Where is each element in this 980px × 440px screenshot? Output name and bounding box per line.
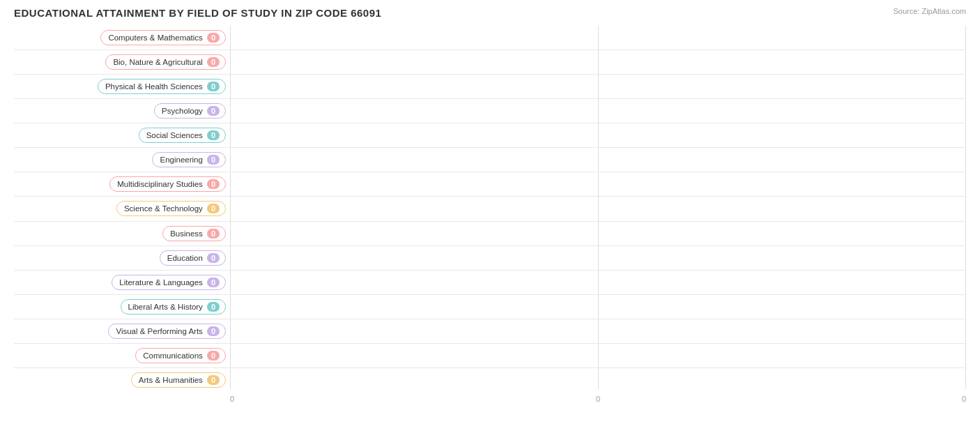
bar-area	[230, 374, 966, 386]
bar-row: Education 0	[14, 246, 966, 271]
label-pill: Social Sciences 0	[139, 128, 226, 143]
label-area: Education 0	[14, 250, 230, 266]
bar-label: Education	[167, 254, 203, 262]
bar-area	[230, 105, 966, 117]
bar-row: Bio, Nature & Agricultural 0	[14, 50, 966, 75]
value-badge: 0	[207, 278, 220, 287]
label-area: Communications 0	[14, 348, 230, 363]
label-pill: Arts & Humanities 0	[131, 372, 226, 388]
x-axis-labels: 000	[230, 392, 966, 403]
label-pill: Communications 0	[135, 348, 226, 363]
label-pill: Multidisciplinary Studies 0	[109, 176, 226, 192]
x-axis-label: 0	[962, 395, 966, 403]
bar-label: Visual & Performing Arts	[116, 327, 202, 335]
label-pill: Science & Technology 0	[116, 201, 226, 216]
bar-label: Computers & Mathematics	[108, 33, 203, 42]
value-badge: 0	[207, 130, 220, 140]
label-area: Literature & Languages 0	[14, 275, 230, 290]
label-pill: Literature & Languages 0	[112, 275, 226, 290]
value-badge: 0	[207, 351, 220, 361]
bar-row: Engineering 0	[14, 148, 966, 172]
bar-label: Liberal Arts & History	[128, 303, 203, 311]
label-pill: Liberal Arts & History 0	[121, 299, 227, 314]
value-badge: 0	[207, 179, 220, 189]
bar-area	[230, 276, 966, 289]
label-area: Business 0	[14, 226, 230, 241]
value-badge: 0	[207, 229, 220, 238]
label-area: Computers & Mathematics 0	[14, 30, 230, 45]
bar-label: Bio, Nature & Agricultural	[113, 58, 202, 66]
bar-label: Communications	[143, 351, 203, 360]
chart-area: Computers & Mathematics 0 Bio, Nature & …	[14, 26, 966, 403]
label-area: Social Sciences 0	[14, 128, 230, 143]
label-pill: Physical & Health Sciences 0	[98, 79, 226, 94]
bar-area	[230, 252, 966, 264]
bar-area	[230, 349, 966, 362]
label-pill: Engineering 0	[152, 152, 226, 167]
value-badge: 0	[207, 57, 220, 67]
rows-container: Computers & Mathematics 0 Bio, Nature & …	[14, 26, 966, 392]
label-area: Psychology 0	[14, 103, 230, 119]
bar-row: Science & Technology 0	[14, 197, 966, 221]
chart-source: Source: ZipAtlas.com	[893, 7, 966, 15]
value-badge: 0	[207, 302, 220, 312]
label-pill: Business 0	[162, 226, 226, 241]
bar-row: Physical & Health Sciences 0	[14, 75, 966, 99]
bar-label: Multidisciplinary Studies	[117, 180, 203, 188]
label-area: Bio, Nature & Agricultural 0	[14, 54, 230, 70]
bar-row: Communications 0	[14, 344, 966, 368]
bar-area	[230, 153, 966, 166]
bar-area	[230, 178, 966, 190]
label-area: Arts & Humanities 0	[14, 372, 230, 388]
bar-row: Business 0	[14, 222, 966, 246]
label-pill: Computers & Mathematics 0	[100, 30, 226, 45]
label-pill: Psychology 0	[154, 103, 226, 119]
bar-area	[230, 129, 966, 142]
label-area: Multidisciplinary Studies 0	[14, 176, 230, 192]
x-axis-label: 0	[596, 395, 600, 403]
bar-row: Liberal Arts & History 0	[14, 295, 966, 319]
label-area: Physical & Health Sciences 0	[14, 79, 230, 94]
bar-area	[230, 80, 966, 93]
label-pill: Education 0	[160, 250, 226, 266]
bar-label: Literature & Languages	[119, 278, 203, 287]
value-badge: 0	[207, 82, 220, 91]
value-badge: 0	[207, 204, 220, 213]
x-axis-label: 0	[230, 395, 234, 403]
value-badge: 0	[207, 375, 220, 385]
bar-label: Psychology	[162, 107, 203, 115]
bar-row: Arts & Humanities 0	[14, 368, 966, 392]
label-pill: Bio, Nature & Agricultural 0	[105, 54, 226, 70]
bar-label: Arts & Humanities	[139, 376, 203, 384]
label-area: Visual & Performing Arts 0	[14, 324, 230, 339]
label-area: Science & Technology 0	[14, 201, 230, 216]
label-area: Engineering 0	[14, 152, 230, 167]
bar-row: Psychology 0	[14, 99, 966, 123]
bar-area	[230, 325, 966, 337]
value-badge: 0	[207, 106, 220, 116]
value-badge: 0	[207, 253, 220, 263]
bar-area	[230, 202, 966, 215]
bar-label: Social Sciences	[146, 131, 203, 139]
bar-row: Social Sciences 0	[14, 123, 966, 148]
chart-title: EDUCATIONAL ATTAINMENT BY FIELD OF STUDY…	[14, 7, 966, 19]
bar-label: Engineering	[160, 155, 202, 164]
bar-row: Computers & Mathematics 0	[14, 26, 966, 50]
bar-area	[230, 227, 966, 240]
chart-container: EDUCATIONAL ATTAINMENT BY FIELD OF STUDY…	[0, 0, 980, 440]
bar-row: Literature & Languages 0	[14, 271, 966, 295]
bar-label: Science & Technology	[124, 204, 203, 213]
bar-area	[230, 31, 966, 44]
value-badge: 0	[207, 155, 220, 165]
bar-label: Business	[170, 229, 203, 238]
bar-row: Visual & Performing Arts 0	[14, 319, 966, 344]
value-badge: 0	[207, 33, 220, 43]
bar-area	[230, 301, 966, 313]
value-badge: 0	[207, 326, 220, 336]
bar-row: Multidisciplinary Studies 0	[14, 172, 966, 197]
bar-label: Physical & Health Sciences	[105, 82, 203, 91]
label-pill: Visual & Performing Arts 0	[108, 324, 226, 339]
label-area: Liberal Arts & History 0	[14, 299, 230, 314]
bar-area	[230, 56, 966, 68]
